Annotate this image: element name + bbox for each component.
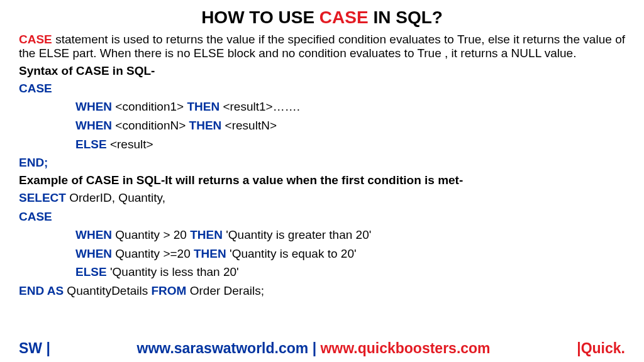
ex-cond1: Quantity > 20 — [112, 228, 190, 241]
syntax-else: ELSE <result> — [19, 136, 625, 153]
from-val: Order Derails; — [186, 284, 264, 297]
keyword-end: END; — [19, 156, 48, 169]
keyword-when: WHEN — [75, 228, 112, 241]
example-when2: WHEN Quantity >=20 THEN 'Quantity is equ… — [19, 246, 625, 262]
footer-center: www.saraswatworld.com | www.quickbooster… — [50, 340, 577, 357]
endas-val: QuantityDetails — [64, 284, 151, 297]
syntax-case: CASE — [19, 80, 625, 97]
footer-url-2: www.quickboosters.com — [320, 340, 490, 356]
example-else: ELSE 'Quantity is less than 20' — [19, 264, 625, 280]
select-cols: OrderID, Quantity, — [66, 191, 165, 204]
example-select: SELECT OrderID, Quantity, — [19, 190, 625, 206]
syntax-whenN: WHEN <conditionN> THEN <resultN> — [19, 118, 625, 134]
keyword-when: WHEN — [75, 100, 112, 113]
cond1: <condition1> — [112, 100, 187, 113]
keyword-then: THEN — [187, 100, 219, 113]
title-keyword: CASE — [319, 8, 369, 27]
ex-res2: 'Quantity is equak to 20' — [226, 247, 357, 260]
example-when1: WHEN Quantity > 20 THEN 'Quantity is gre… — [19, 227, 625, 243]
syntax-heading: Syntax of CASE in SQL- — [19, 64, 625, 78]
footer-url-1: www.saraswatworld.com | — [137, 340, 321, 356]
title-suffix: IN SQL? — [369, 8, 443, 27]
ex-else-res: 'Quantity is less than 20' — [107, 265, 239, 278]
footer-left: SW | — [19, 340, 50, 357]
keyword-case: CASE — [19, 210, 52, 223]
ex-res1: 'Quantity is greater than 20' — [223, 228, 371, 241]
example-heading: Example of CASE in SQL-It will returns a… — [19, 173, 625, 187]
title-prefix: HOW TO USE — [201, 8, 319, 27]
intro-text: statement is used to returns the value i… — [19, 33, 625, 60]
keyword-from: FROM — [152, 284, 187, 297]
keyword-when: WHEN — [75, 119, 112, 132]
res1: <result1>……. — [219, 100, 300, 113]
footer: SW | www.saraswatworld.com | www.quickbo… — [0, 340, 644, 357]
keyword-else: ELSE — [75, 265, 107, 278]
keyword-endas: END AS — [19, 284, 64, 297]
resN: <resultN> — [221, 119, 277, 132]
syntax-when1: WHEN <condition1> THEN <result1>……. — [19, 99, 625, 115]
intro-paragraph: CASE statement is used to returns the va… — [19, 33, 625, 60]
ex-cond2: Quantity >=20 — [112, 247, 194, 260]
keyword-select: SELECT — [19, 191, 66, 204]
footer-right: |Quick. — [577, 340, 625, 357]
example-case: CASE — [19, 209, 625, 225]
else-res: <result> — [107, 138, 153, 151]
condN: <conditionN> — [112, 119, 189, 132]
keyword-then: THEN — [190, 228, 223, 241]
keyword-else: ELSE — [75, 138, 107, 151]
keyword-when: WHEN — [75, 247, 112, 260]
syntax-end: END; — [19, 155, 625, 171]
keyword-then: THEN — [189, 119, 222, 132]
keyword-then: THEN — [194, 247, 226, 260]
intro-keyword: CASE — [19, 33, 52, 46]
keyword-case: CASE — [19, 82, 52, 95]
page-title: HOW TO USE CASE IN SQL? — [19, 8, 625, 28]
example-endas: END AS QuantityDetails FROM Order Derail… — [19, 283, 625, 299]
